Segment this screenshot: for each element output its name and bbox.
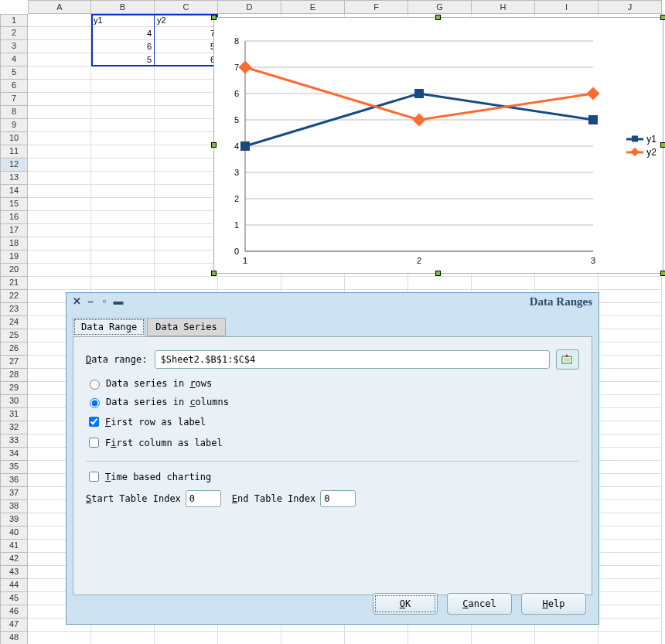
column-header[interactable]: J — [598, 0, 662, 14]
cell[interactable] — [598, 618, 662, 632]
cell[interactable] — [155, 277, 218, 290]
cell[interactable] — [598, 408, 662, 421]
row-header[interactable]: 4 — [0, 53, 28, 66]
cell[interactable] — [91, 198, 155, 211]
radio-series-columns[interactable] — [90, 398, 100, 408]
cell[interactable] — [281, 277, 345, 290]
cell[interactable] — [155, 145, 218, 158]
column-header[interactable]: D — [218, 0, 281, 14]
row-header[interactable]: 34 — [0, 448, 28, 461]
row-header[interactable]: 28 — [0, 369, 28, 382]
row-header[interactable]: 35 — [0, 461, 28, 474]
dialog-titlebar[interactable]: ✕ – ▫ ▬ Data Ranges — [66, 293, 598, 310]
cell[interactable] — [155, 198, 218, 211]
row-header[interactable]: 13 — [0, 172, 28, 185]
cell[interactable] — [598, 579, 662, 592]
row-header[interactable]: 7 — [0, 93, 28, 106]
cell[interactable] — [91, 80, 155, 93]
cell[interactable] — [218, 277, 281, 290]
cell[interactable] — [598, 316, 662, 329]
cell[interactable] — [28, 93, 91, 106]
shade-icon[interactable]: ▬ — [114, 298, 122, 305]
radio-series-rows[interactable] — [90, 380, 100, 390]
chart-handle[interactable] — [435, 15, 441, 20]
column-header[interactable]: I — [535, 0, 598, 14]
cell[interactable] — [91, 277, 155, 290]
row-header[interactable]: 10 — [0, 132, 28, 145]
row-header[interactable]: 23 — [0, 303, 28, 316]
cell[interactable] — [155, 237, 218, 250]
row-header[interactable]: 15 — [0, 198, 28, 211]
cell[interactable]: 5 — [91, 53, 155, 66]
cell[interactable] — [598, 382, 662, 395]
cell[interactable]: y2 — [155, 14, 218, 27]
cell[interactable]: 6 — [155, 53, 218, 66]
cell[interactable] — [155, 250, 218, 264]
cell[interactable] — [598, 540, 662, 553]
cell[interactable] — [598, 448, 662, 461]
cell[interactable] — [345, 277, 408, 290]
close-icon[interactable]: ✕ — [73, 298, 80, 305]
tab-data-range[interactable]: Data Range — [73, 318, 145, 336]
cell[interactable] — [598, 342, 662, 356]
column-header[interactable]: B — [91, 0, 155, 14]
cell[interactable] — [91, 250, 155, 264]
cell[interactable] — [28, 53, 91, 66]
end-index-input[interactable] — [320, 490, 356, 507]
cell[interactable] — [28, 250, 91, 264]
cell[interactable] — [28, 172, 91, 185]
checkbox-time-based[interactable] — [89, 472, 99, 482]
chart-handle[interactable] — [660, 142, 665, 148]
row-header[interactable]: 30 — [0, 395, 28, 408]
cell[interactable] — [535, 632, 598, 644]
cell[interactable] — [28, 40, 91, 53]
cell[interactable] — [28, 27, 91, 40]
cell[interactable] — [91, 93, 155, 106]
cell[interactable] — [598, 290, 662, 303]
cell[interactable] — [91, 172, 155, 185]
data-range-input[interactable] — [155, 350, 550, 369]
cell[interactable] — [598, 526, 662, 540]
cell[interactable] — [28, 237, 91, 250]
row-header[interactable]: 19 — [0, 250, 28, 264]
cell[interactable] — [155, 158, 218, 172]
cell[interactable] — [408, 277, 472, 290]
row-header[interactable]: 38 — [0, 500, 28, 513]
column-header[interactable]: F — [345, 0, 408, 14]
cell[interactable] — [598, 461, 662, 474]
help-button[interactable]: Help — [521, 593, 586, 615]
row-header[interactable]: 21 — [0, 277, 28, 290]
cancel-button[interactable]: Cancel — [447, 593, 512, 615]
cell[interactable] — [598, 513, 662, 526]
chart-handle[interactable] — [211, 15, 217, 20]
row-header[interactable]: 36 — [0, 474, 28, 487]
chart-handle[interactable] — [660, 15, 665, 20]
cell[interactable] — [91, 145, 155, 158]
tab-data-series[interactable]: Data Series — [147, 318, 225, 336]
cell[interactable] — [598, 329, 662, 342]
row-header[interactable]: 31 — [0, 408, 28, 421]
row-header[interactable]: 41 — [0, 540, 28, 553]
row-header[interactable]: 46 — [0, 605, 28, 618]
cell[interactable] — [598, 474, 662, 487]
cell[interactable] — [472, 632, 535, 644]
cell[interactable] — [598, 303, 662, 316]
chart-handle[interactable] — [435, 271, 441, 276]
row-header[interactable]: 37 — [0, 487, 28, 500]
cell[interactable] — [155, 264, 218, 277]
cell[interactable] — [28, 106, 91, 119]
cell[interactable] — [155, 80, 218, 93]
column-header[interactable]: A — [28, 0, 91, 14]
start-index-input[interactable] — [186, 490, 221, 507]
embedded-chart[interactable]: 012345678123 y1 y2 — [213, 17, 663, 274]
row-header[interactable]: 17 — [0, 224, 28, 237]
row-header[interactable]: 12 — [0, 158, 28, 172]
cell[interactable] — [218, 632, 281, 644]
cell[interactable] — [28, 145, 91, 158]
row-header[interactable]: 18 — [0, 237, 28, 250]
cell[interactable] — [91, 132, 155, 145]
row-header[interactable]: 44 — [0, 579, 28, 592]
cell[interactable] — [91, 264, 155, 277]
cell[interactable]: 4 — [91, 27, 155, 40]
column-header[interactable]: C — [155, 0, 218, 14]
